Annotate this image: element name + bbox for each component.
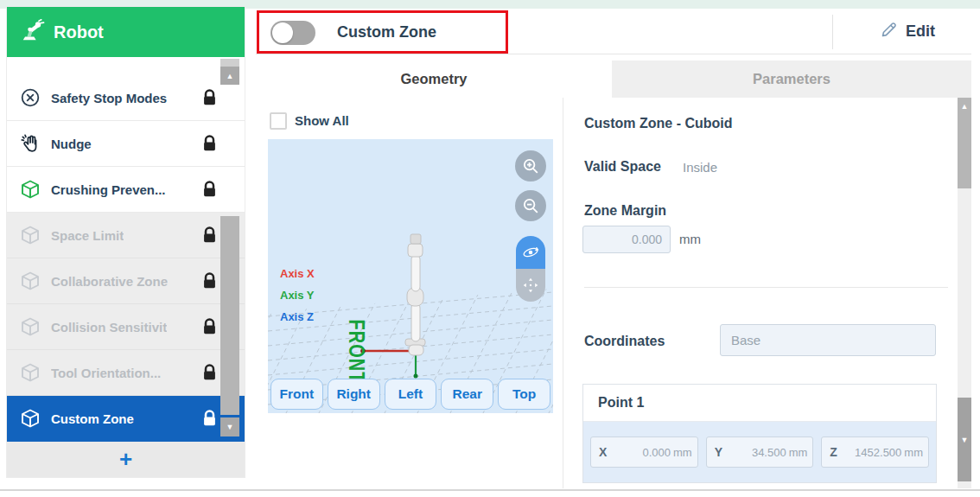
zone-margin-unit: mm [679,232,701,246]
tab-parameters[interactable]: Parameters [612,61,971,98]
orbit-icon [521,243,540,262]
panel-scrollbar[interactable]: ▲ ▼ [958,98,971,488]
sidebar-item-collision-sensitivity[interactable]: Collision Sensitivit [7,304,245,350]
sidebar-item-safety-stop-modes[interactable]: Safety Stop Modes [7,75,245,121]
zoom-out-button[interactable] [515,190,546,221]
cube-icon [19,361,41,384]
tab-label: Parameters [753,71,830,87]
lock-icon [202,181,217,198]
sidebar-scrollbar[interactable]: ▲ ▼ [220,59,239,436]
toggle-knob [272,22,293,43]
z-value: 1452.500 [855,446,901,459]
plus-icon: + [119,446,132,473]
add-item-button[interactable]: + [7,442,245,477]
scroll-down-button[interactable]: ▼ [220,417,239,436]
y-value: 34.500 [752,446,786,459]
orbit-button[interactable] [516,236,545,269]
sidebar: Robot Safety Stop Modes Nudge [7,7,245,477]
arrow-up-icon: ▲ [961,102,969,111]
tab-label: Geometry [400,71,467,87]
toggle-label: Custom Zone [337,23,436,41]
sidebar-item-label: Nudge [51,137,92,151]
lock-icon [202,135,217,152]
sidebar-item-nudge[interactable]: Nudge [7,121,245,167]
arrow-down-icon: ▼ [961,436,969,444]
point-x-input[interactable]: X 0.000 mm [590,436,698,468]
robot-3d-viewer[interactable]: Axis X Axis Y Axis Z FRONT [268,139,553,413]
lock-icon [202,318,217,335]
axis-z-label: Axis Z [280,310,314,323]
axis-y-label: Axis Y [280,289,315,302]
view-front-button[interactable]: Front [270,379,323,410]
lock-icon [202,410,217,427]
view-buttons-row: Front Right Left Rear Top [270,379,550,410]
cube-icon [19,178,41,201]
sidebar-item-space-limit[interactable]: Space Limit [7,213,245,258]
pencil-icon [880,21,898,42]
magnifier-plus-icon [521,156,540,175]
scroll-track-top [220,59,239,67]
tab-geometry[interactable]: Geometry [256,61,612,98]
valid-space-label: Valid Space [584,159,661,175]
pan-arrows-icon [522,277,539,294]
edit-button-label: Edit [906,22,935,41]
view-right-button[interactable]: Right [328,379,380,410]
cube-icon [19,407,41,430]
view-left-button[interactable]: Left [385,379,437,410]
coordinates-input[interactable]: Base [720,324,936,356]
custom-zone-toggle[interactable] [270,21,315,45]
nudge-hand-icon [19,132,41,155]
sidebar-item-custom-zone[interactable]: Custom Zone [7,396,245,442]
cube-icon [19,315,41,338]
edit-button[interactable]: Edit [843,15,972,48]
sidebar-item-label: Crushing Preven... [51,182,166,197]
cube-icon [19,224,41,246]
show-all-checkbox[interactable] [270,112,287,130]
sidebar-item-label: Collision Sensitivit [51,320,167,335]
bottom-border [0,489,980,491]
view-top-button[interactable]: Top [498,379,550,410]
sidebar-header: Robot [7,7,245,57]
scroll-thumb[interactable] [220,216,239,415]
panel-scroll-down[interactable]: ▼ [958,398,971,481]
x-axis-label: X [599,445,607,459]
x-unit: mm [673,446,692,459]
scroll-up-button[interactable]: ▲ [220,67,239,85]
point-z-input[interactable]: Z 1452.500 mm [821,436,929,468]
y-unit: mm [789,446,808,459]
pan-button[interactable] [516,269,545,302]
sidebar-item-label: Space Limit [51,228,124,243]
panel-divider [563,98,563,488]
y-axis-label: Y [715,445,722,459]
panel-scroll-up[interactable]: ▲ [958,98,971,188]
axis-x-label: Axis X [280,267,315,280]
point-y-input[interactable]: Y 34.500 mm [706,436,814,468]
show-all-label: Show All [295,113,349,128]
arrow-down-icon: ▼ [226,423,234,431]
point-1-fields: X 0.000 mm Y 34.500 mm Z 1452.500 mm [583,422,936,482]
valid-space-value: Inside [683,160,717,175]
lock-icon [202,89,217,106]
sidebar-item-collaborative-zone[interactable]: Collaborative Zone [7,258,245,304]
lock-icon [202,364,217,381]
sidebar-item-label: Custom Zone [51,411,134,426]
zone-margin-label: Zone Margin [584,203,666,219]
zone-margin-input[interactable]: 0.000 [582,226,671,253]
arrow-up-icon: ▲ [226,72,234,80]
z-unit: mm [904,446,923,459]
x-value: 0.000 [642,446,671,459]
magnifier-minus-icon [521,196,540,215]
z-axis-label: Z [830,445,837,459]
point-1-title: Point 1 [598,395,644,411]
section-divider [584,287,948,288]
coordinates-label: Coordinates [584,334,665,349]
view-rear-button[interactable]: Rear [441,379,493,410]
zoom-in-button[interactable] [515,150,546,182]
orbit-pan-control [516,236,545,302]
sidebar-item-label: Tool Orientation... [51,366,161,380]
sidebar-item-label: Safety Stop Modes [51,91,167,105]
sidebar-item-tool-orientation[interactable]: Tool Orientation... [7,350,245,396]
point-1-card: Point 1 X 0.000 mm Y 34.500 mm Z 1452.50… [582,384,937,483]
robot-arm-icon [19,17,45,47]
sidebar-item-crushing-prevention[interactable]: Crushing Preven... [7,167,245,213]
